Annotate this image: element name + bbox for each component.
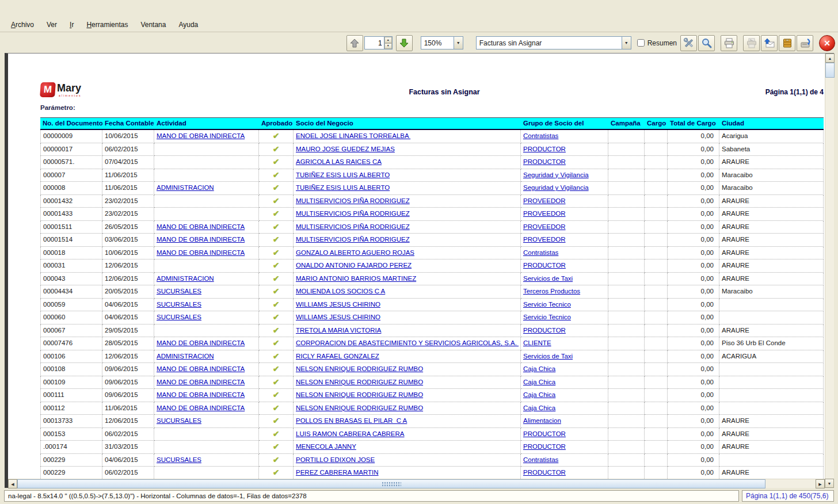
print-button[interactable] bbox=[721, 35, 737, 51]
activity-link[interactable]: SUCURSALES bbox=[157, 301, 201, 308]
group-link[interactable]: PRODUCTOR bbox=[523, 158, 566, 165]
activity-link[interactable]: MANO DE OBRA INDIRECTA bbox=[157, 391, 245, 398]
partner-link[interactable]: WILLIAMS JESUS CHIRINO bbox=[296, 301, 380, 308]
scroll-right-button[interactable]: ▶ bbox=[816, 479, 825, 488]
partner-link[interactable]: MULTISERVICIOS PIÑA RODRIGUEZ bbox=[296, 210, 410, 217]
group-link[interactable]: Caja Chica bbox=[523, 404, 555, 411]
partner-link[interactable]: AGRICOLA LAS RAICES CA bbox=[296, 158, 382, 165]
activity-link[interactable]: MANO DE OBRA INDIRECTA bbox=[157, 404, 245, 411]
group-link[interactable]: PRODUCTOR bbox=[523, 469, 566, 476]
partner-link[interactable]: MULTISERVICIOS PIÑA RODRIGUEZ bbox=[296, 236, 410, 243]
horizontal-scrollbar[interactable]: ◀ ▶ bbox=[8, 479, 825, 488]
page-down-button[interactable] bbox=[396, 35, 413, 51]
activity-link[interactable]: MANO DE OBRA INDIRECTA bbox=[157, 132, 245, 139]
partner-link[interactable]: MAURO JOSE GUEDEZ MEJIAS bbox=[296, 146, 395, 152]
group-link[interactable]: PROVEEDOR bbox=[523, 223, 566, 230]
group-link[interactable]: PRODUCTOR bbox=[523, 443, 566, 450]
page-up-button[interactable] bbox=[346, 35, 363, 51]
activity-link[interactable]: ADMINISTRACION bbox=[157, 184, 214, 191]
vertical-scrollbar[interactable]: ▲ bbox=[825, 54, 834, 479]
horizontal-scroll-track[interactable] bbox=[765, 479, 816, 488]
partner-link[interactable]: MULTISERVICIOS PIÑA RODRIGUEZ bbox=[296, 197, 410, 204]
partner-link[interactable]: TUBIÑEZ ESIS LUIS ALBERTO bbox=[296, 171, 390, 178]
group-link[interactable]: Caja Chica bbox=[523, 365, 555, 372]
close-button[interactable]: ✕ bbox=[819, 35, 835, 51]
partner-link[interactable]: NELSON ENRIQUE RODRIGUEZ RUMBO bbox=[296, 365, 423, 372]
activity-link[interactable]: SUCURSALES bbox=[157, 456, 201, 463]
activity-link[interactable]: MANO DE OBRA INDIRECTA bbox=[157, 249, 245, 256]
activity-link[interactable]: MANO DE OBRA INDIRECTA bbox=[157, 236, 245, 243]
scroll-left-button[interactable]: ◀ bbox=[8, 479, 17, 488]
partner-link[interactable]: RICLY RAFAEL GONZALEZ bbox=[296, 353, 379, 360]
activity-link[interactable]: SUCURSALES bbox=[157, 288, 201, 295]
partner-link[interactable]: MARIO ANTONIO BARRIOS MARTINEZ bbox=[296, 275, 416, 282]
archive-button[interactable] bbox=[779, 35, 795, 51]
group-link[interactable]: Seguridad y Vigilancia bbox=[523, 171, 589, 178]
menu-item-ver[interactable]: Ver bbox=[40, 18, 63, 31]
group-link[interactable]: Contratistas bbox=[523, 456, 558, 463]
activity-link[interactable]: MANO DE OBRA INDIRECTA bbox=[157, 365, 245, 372]
group-link[interactable]: PRODUCTOR bbox=[523, 262, 566, 269]
partner-link[interactable]: TUBIÑEZ ESIS LUIS ALBERTO bbox=[296, 184, 390, 191]
partner-link[interactable]: NELSON ENRIQUE RODRIGUEZ RUMBO bbox=[296, 391, 423, 398]
scroll-up-button[interactable]: ▲ bbox=[825, 54, 835, 63]
menu-item-ayuda[interactable]: Ayuda bbox=[172, 18, 204, 31]
menu-item-ventana[interactable]: Ventana bbox=[134, 18, 172, 31]
activity-link[interactable]: MANO DE OBRA INDIRECTA bbox=[157, 223, 245, 230]
menu-item-archivo[interactable]: Archivo bbox=[5, 18, 40, 31]
page-number-input[interactable] bbox=[365, 37, 384, 49]
partner-link[interactable]: PORTILLO EDIXON JOSE bbox=[296, 456, 375, 463]
group-link[interactable]: PRODUCTOR bbox=[523, 146, 566, 152]
group-link[interactable]: Servicio Tecnico bbox=[523, 301, 571, 308]
print-setup-button[interactable] bbox=[743, 35, 760, 51]
activity-link[interactable]: SUCURSALES bbox=[157, 417, 201, 424]
group-link[interactable]: Servicios de Taxi bbox=[523, 275, 573, 282]
activity-link[interactable]: MANO DE OBRA INDIRECTA bbox=[157, 379, 245, 385]
scroll-down-button[interactable]: ▼ bbox=[825, 479, 834, 488]
search-button[interactable] bbox=[698, 35, 715, 51]
chevron-down-icon[interactable]: ▼ bbox=[454, 36, 463, 49]
activity-link[interactable]: SUCURSALES bbox=[157, 314, 201, 320]
partner-link[interactable]: TRETOLA MARIA VICTORIA bbox=[296, 327, 381, 334]
group-link[interactable]: PROVEEDOR bbox=[523, 197, 566, 204]
partner-link[interactable]: NELSON ENRIQUE RODRIGUEZ RUMBO bbox=[296, 404, 423, 411]
report-select[interactable]: Facturas sin Asignar ▼ bbox=[476, 36, 631, 49]
partner-link[interactable]: CORPORACION DE ABASTECIMIENTO Y SERVICIO… bbox=[296, 339, 519, 346]
horizontal-scroll-thumb[interactable] bbox=[17, 479, 765, 488]
group-link[interactable]: Contratistas bbox=[523, 249, 558, 256]
partner-link[interactable]: POLLOS EN BRASAS EL PILAR C A bbox=[296, 417, 407, 424]
partner-link[interactable]: LUIS RAMON CABRERA CABRERA bbox=[296, 430, 405, 437]
group-link[interactable]: Caja Chica bbox=[523, 391, 555, 398]
chevron-down-icon[interactable]: ▼ bbox=[622, 36, 631, 49]
group-link[interactable]: Servicios de Taxi bbox=[523, 353, 573, 360]
vertical-scroll-track[interactable] bbox=[825, 78, 834, 479]
partner-link[interactable]: NELSON ENRIQUE RODRIGUEZ RUMBO bbox=[296, 379, 423, 385]
tools-button[interactable] bbox=[680, 35, 697, 51]
partner-link[interactable]: ONALDO ANTONIO FAJARDO PEREZ bbox=[296, 262, 412, 269]
group-link[interactable]: Caja Chica bbox=[523, 379, 555, 385]
resumen-checkbox[interactable] bbox=[637, 39, 645, 47]
partner-link[interactable]: MOLIENDA LOS SOCIOS C A bbox=[296, 288, 385, 295]
group-link[interactable]: Servicio Tecnico bbox=[523, 314, 571, 320]
group-link[interactable]: PROVEEDOR bbox=[523, 236, 566, 243]
group-link[interactable]: Contratistas bbox=[523, 132, 558, 139]
group-link[interactable]: Alimentacion bbox=[523, 417, 561, 424]
activity-link[interactable]: ADMINISTRACION bbox=[157, 353, 214, 360]
vertical-scroll-thumb[interactable] bbox=[825, 63, 835, 78]
status-page-indicator[interactable]: Página 1(1,1) de 450(75,6) bbox=[742, 490, 834, 502]
partner-link[interactable]: MENECOLA JANNY bbox=[296, 443, 356, 450]
partner-link[interactable]: MULTISERVICIOS PIÑA RODRIGUEZ bbox=[296, 223, 410, 230]
group-link[interactable]: PROVEEDOR bbox=[523, 210, 566, 217]
spin-down-button[interactable]: ▼ bbox=[384, 43, 392, 49]
group-link[interactable]: PRODUCTOR bbox=[523, 327, 566, 334]
menu-item-herramientas[interactable]: Herramientas bbox=[80, 18, 134, 31]
group-link[interactable]: Seguridad y Vigilancia bbox=[523, 184, 589, 191]
group-link[interactable]: Terceros Productos bbox=[523, 288, 580, 295]
partner-link[interactable]: WILLIAMS JESUS CHIRINO bbox=[296, 314, 380, 320]
spin-up-button[interactable]: ▲ bbox=[384, 37, 392, 43]
group-link[interactable]: CLIENTE bbox=[523, 339, 551, 346]
export-button[interactable] bbox=[797, 35, 813, 51]
partner-link[interactable]: ENOEL JOSE LINARES TORREALBA bbox=[296, 132, 410, 139]
send-email-button[interactable] bbox=[761, 35, 778, 51]
partner-link[interactable]: GONZALO ALBERTO AGUERO ROJAS bbox=[296, 249, 414, 256]
